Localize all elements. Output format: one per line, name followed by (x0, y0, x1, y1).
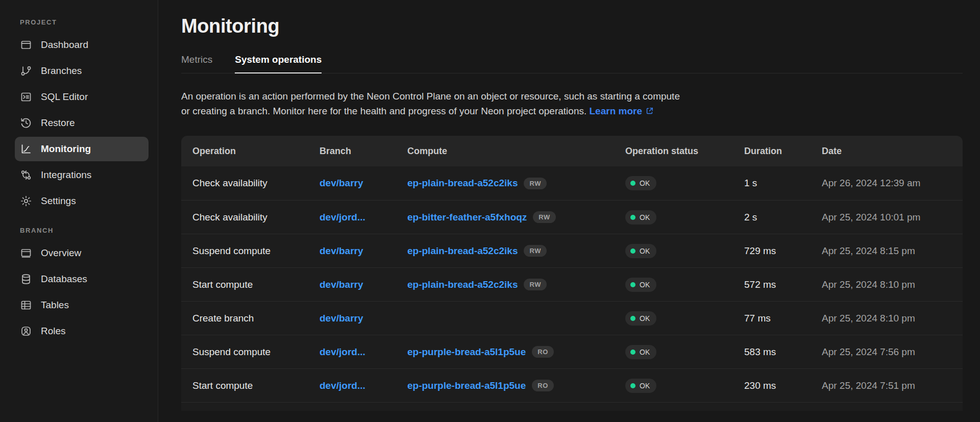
status-ok-dot (630, 249, 635, 254)
section-label-project: PROJECT (13, 18, 158, 31)
table-row: Start computedev/barryep-plain-bread-a52… (181, 267, 963, 301)
branch-link[interactable]: dev/jord... (320, 212, 365, 223)
status-badge: OK (625, 379, 656, 393)
monitoring-icon (20, 143, 32, 155)
sidebar-item-sql-editor[interactable]: SQL Editor (15, 85, 149, 109)
table-body: Check availabilitydev/barryep-plain-brea… (181, 166, 963, 411)
compute-link[interactable]: ep-purple-bread-a5l1p5ue (407, 346, 526, 358)
status-ok-dot (630, 181, 635, 186)
operation-cell: Start compute (192, 279, 320, 290)
date-cell: Apr 25, 2024 10:01 pm (822, 212, 963, 223)
branch-link[interactable]: dev/barry (320, 313, 363, 324)
branch-link[interactable]: dev/barry (320, 279, 363, 290)
column-header-operation-status: Operation status (625, 146, 744, 157)
sidebar-item-branches[interactable]: Branches (15, 59, 149, 83)
table-row: Create branchdev/barryOK77 msApr 25, 202… (181, 301, 963, 335)
sidebar-item-databases[interactable]: Databases (15, 267, 149, 291)
tab-bar: MetricsSystem operations (181, 50, 963, 73)
table-row: Suspend computedev/barryep-plain-bread-a… (181, 234, 963, 267)
compute-type-badge: RW (533, 211, 555, 223)
sidebar-item-restore[interactable]: Restore (15, 111, 149, 135)
status-label: OK (640, 180, 650, 187)
compute-type-badge: RO (532, 380, 554, 391)
operation-cell: Suspend compute (192, 245, 320, 257)
branch-link[interactable]: dev/barry (320, 178, 363, 189)
operation-cell: Check availability (192, 178, 320, 189)
operation-cell: Start compute (192, 380, 320, 391)
table-header: Operation Branch Compute Operation statu… (181, 136, 963, 166)
column-header-date: Date (822, 146, 963, 157)
branch-link[interactable]: dev/jord... (320, 380, 365, 391)
branches-icon (20, 65, 32, 77)
compute-link[interactable]: ep-plain-bread-a52c2iks (407, 178, 518, 189)
sidebar-item-tables[interactable]: Tables (15, 293, 149, 317)
column-header-operation: Operation (192, 146, 320, 157)
column-header-compute: Compute (407, 146, 625, 157)
table-row: Start computedev/jord...ep-purple-bread-… (181, 368, 963, 402)
duration-cell: 729 ms (744, 245, 822, 257)
duration-cell: 230 ms (744, 380, 822, 391)
compute-link[interactable]: ep-bitter-feather-a5fxhoqz (407, 212, 527, 223)
sidebar-item-dashboard[interactable]: Dashboard (15, 33, 149, 57)
tab-system-operations[interactable]: System operations (235, 50, 322, 73)
date-cell: Apr 25, 2024 8:10 pm (822, 279, 963, 290)
sidebar-item-roles[interactable]: Roles (15, 319, 149, 343)
sidebar-item-settings[interactable]: Settings (15, 189, 149, 213)
status-badge: OK (625, 176, 656, 190)
operation-cell: Check availability (192, 212, 320, 223)
date-cell: Apr 25, 2024 8:15 pm (822, 245, 963, 257)
compute-type-badge: RW (524, 245, 546, 257)
status-ok-dot (630, 383, 635, 388)
sidebar-item-label: Integrations (41, 169, 91, 181)
databases-icon (20, 273, 32, 285)
sidebar-nav: PROJECTDashboardBranchesSQL EditorRestor… (13, 18, 158, 343)
operation-cell: Create branch (192, 313, 320, 324)
compute-link[interactable]: ep-plain-bread-a52c2iks (407, 245, 518, 257)
duration-cell: 583 ms (744, 346, 822, 358)
status-ok-dot (630, 282, 635, 287)
sidebar-item-monitoring[interactable]: Monitoring (15, 137, 149, 161)
duration-cell: 77 ms (744, 313, 822, 324)
status-ok-dot (630, 215, 635, 220)
table-row: Suspend computedev/jord...ep-purple-brea… (181, 335, 963, 368)
restore-icon (20, 117, 32, 129)
sql-editor-icon (20, 91, 32, 103)
branch-link[interactable]: dev/jord... (320, 346, 365, 358)
sidebar-item-label: Settings (41, 195, 76, 207)
tab-metrics[interactable]: Metrics (181, 50, 212, 73)
date-cell: Apr 25, 2024 7:56 pm (822, 346, 963, 358)
status-label: OK (640, 349, 650, 356)
status-badge: OK (625, 244, 656, 258)
status-ok-dot (630, 350, 635, 355)
description-line-2: or creating a branch. Monitor here for t… (181, 106, 586, 116)
sidebar-item-label: Monitoring (41, 143, 91, 155)
status-label: OK (640, 214, 650, 221)
status-ok-dot (630, 316, 635, 321)
compute-type-badge: RW (524, 279, 546, 290)
sidebar-item-label: Branches (41, 65, 82, 77)
learn-more-link[interactable]: Learn more (590, 106, 654, 116)
compute-link[interactable]: ep-purple-bread-a5l1p5ue (407, 380, 526, 391)
dashboard-icon (20, 39, 32, 51)
column-header-duration: Duration (744, 146, 822, 157)
sidebar-item-label: Databases (41, 274, 87, 285)
sidebar-item-label: SQL Editor (41, 91, 88, 103)
page-title: Monitoring (181, 14, 963, 38)
date-cell: Apr 25, 2024 8:10 pm (822, 313, 963, 324)
sidebar-item-integrations[interactable]: Integrations (15, 163, 149, 187)
compute-link[interactable]: ep-plain-bread-a52c2iks (407, 279, 518, 290)
date-cell: Apr 25, 2024 7:51 pm (822, 380, 963, 391)
sidebar-item-label: Roles (41, 326, 66, 337)
sidebar-item-label: Dashboard (41, 39, 88, 51)
sidebar-item-overview[interactable]: Overview (15, 241, 149, 265)
status-label: OK (640, 281, 650, 288)
table-row: Check availabilitydev/jord...ep-bitter-f… (181, 200, 963, 234)
description: An operation is an action performed by t… (181, 89, 963, 118)
status-badge: OK (625, 311, 656, 326)
settings-icon (20, 195, 32, 207)
overview-icon (20, 247, 32, 259)
main-content: Monitoring MetricsSystem operations An o… (158, 0, 980, 422)
section-label-branch: BRANCH (13, 227, 158, 239)
status-badge: OK (625, 278, 656, 292)
branch-link[interactable]: dev/barry (320, 245, 363, 257)
